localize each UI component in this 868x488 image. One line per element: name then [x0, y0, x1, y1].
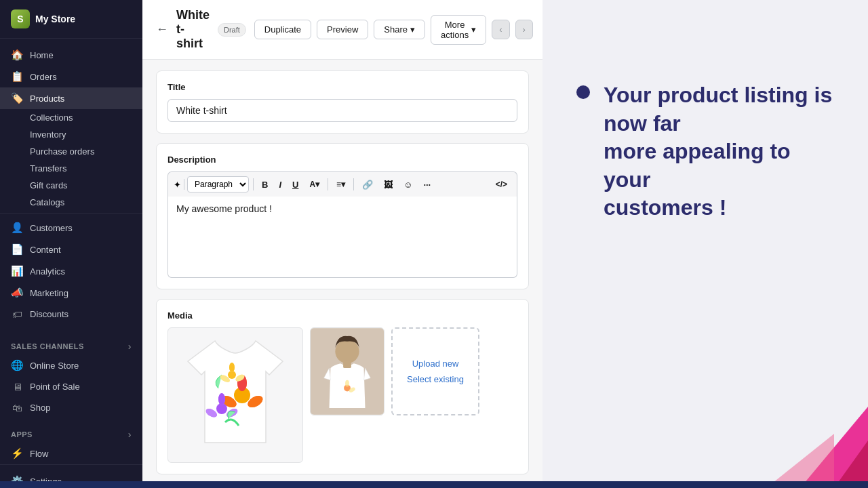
share-button[interactable]: Share ▾ [374, 20, 425, 39]
title-input[interactable] [167, 99, 517, 122]
sidebar-item-products[interactable]: 🏷️ Products [0, 87, 142, 109]
main-area: ← White t-shirt Draft Duplicate Preview … [142, 0, 868, 488]
italic-button[interactable]: I [275, 178, 285, 192]
sidebar-item-label: Marketing [30, 288, 68, 298]
feature-bullet: Your product listing is now far more app… [576, 81, 834, 222]
svg-marker-29 [766, 434, 834, 488]
media-thumb-tshirt[interactable] [167, 327, 303, 463]
sidebar-item-analytics[interactable]: 📊 Analytics [0, 260, 142, 282]
toolbar-divider [253, 178, 254, 190]
sidebar-item-label: Content [30, 245, 61, 255]
sidebar-item-flow[interactable]: ⚡ Flow [0, 443, 142, 464]
bottom-bar [0, 481, 868, 488]
paragraph-select[interactable]: Paragraph Heading 1 Heading 2 [187, 176, 249, 192]
svg-point-22 [335, 340, 359, 363]
description-toolbar: ✦ Paragraph Heading 1 Heading 2 B I U A▾… [167, 171, 517, 197]
discounts-icon: 🏷 [11, 308, 23, 320]
gift-cards-label: Gift cards [30, 180, 68, 190]
sidebar-item-online-store[interactable]: 🌐 Online Store [0, 354, 142, 376]
sidebar: S My Store 🏠 Home 📋 Orders 🏷️ Products C… [0, 0, 142, 488]
sidebar-item-inventory[interactable]: Inventory [30, 126, 142, 143]
title-label: Title [167, 82, 517, 92]
purchase-orders-label: Purchase orders [30, 146, 94, 157]
sidebar-item-marketing[interactable]: 📣 Marketing [0, 282, 142, 304]
link-button[interactable]: 🔗 [358, 178, 377, 192]
logo-icon: S [11, 9, 30, 28]
bold-button[interactable]: B [258, 178, 272, 192]
sidebar-item-label: Online Store [30, 361, 79, 371]
catalogs-label: Catalogs [30, 197, 64, 207]
more-toolbar-button[interactable]: ··· [419, 178, 435, 192]
sidebar-item-discounts[interactable]: 🏷 Discounts [0, 304, 142, 325]
sidebar-item-label: Products [30, 94, 64, 104]
shop-icon: 🛍 [11, 402, 23, 413]
admin-panel: ← White t-shirt Draft Duplicate Preview … [142, 0, 542, 488]
store-name: My Store [35, 14, 75, 24]
panel-body: Title Description ✦ Paragraph Heading 1 … [142, 60, 542, 488]
sidebar-item-customers[interactable]: 👤 Customers [0, 217, 142, 239]
media-grid: Upload new Select existing [167, 327, 517, 463]
align-button[interactable]: ≡▾ [332, 178, 349, 191]
inventory-label: Inventory [30, 129, 66, 140]
feature-heading: Your product listing is now far more app… [604, 81, 834, 222]
nav-next-button[interactable]: › [515, 20, 533, 39]
upload-media-box[interactable]: Upload new Select existing [391, 327, 479, 415]
sidebar-item-shop[interactable]: 🛍 Shop [0, 397, 142, 418]
description-card: Description ✦ Paragraph Heading 1 Headin… [156, 143, 529, 289]
duplicate-button[interactable]: Duplicate [254, 20, 311, 39]
sales-channels-label: Sales channels › [0, 336, 142, 354]
feature-text: Your product listing is now far more app… [576, 81, 834, 222]
sidebar-item-orders[interactable]: 📋 Orders [0, 66, 142, 87]
svg-point-11 [218, 393, 225, 405]
back-button[interactable]: ← [156, 22, 168, 37]
chevron-down-icon: ▾ [410, 24, 415, 35]
nav-prev-button[interactable]: ‹ [492, 20, 509, 39]
upload-new-link[interactable]: Upload new [412, 359, 459, 369]
sidebar-item-home[interactable]: 🏠 Home [0, 44, 142, 66]
sidebar-item-content[interactable]: 📄 Content [0, 239, 142, 260]
svg-point-18 [229, 363, 235, 372]
sidebar-item-label: Point of Sale [30, 382, 80, 392]
more-actions-button[interactable]: More actions ▾ [431, 15, 486, 45]
image-button[interactable]: 🖼 [380, 178, 397, 192]
marketing-icon: 📣 [11, 287, 23, 299]
text-color-button[interactable]: A▾ [305, 178, 323, 191]
online-store-icon: 🌐 [11, 359, 23, 371]
toolbar-divider [184, 179, 184, 190]
sidebar-item-catalogs[interactable]: Catalogs [30, 194, 142, 211]
transfers-label: Transfers [30, 163, 66, 174]
emoji-button[interactable]: ☺ [399, 178, 416, 192]
media-card: Media [156, 299, 529, 474]
panel-header: ← White t-shirt Draft Duplicate Preview … [142, 0, 542, 60]
media-title: Media [167, 310, 517, 321]
collections-label: Collections [30, 113, 73, 123]
sidebar-item-pos[interactable]: 🖥 Point of Sale [0, 376, 142, 397]
toolbar-divider [353, 178, 354, 190]
apps-label: Apps › [0, 424, 142, 443]
home-icon: 🏠 [11, 49, 23, 61]
sidebar-item-label: Customers [30, 223, 73, 233]
sidebar-item-purchase-orders[interactable]: Purchase orders [30, 143, 142, 160]
sidebar-item-transfers[interactable]: Transfers [30, 160, 142, 177]
title-card: Title [156, 70, 529, 134]
sidebar-item-collections[interactable]: Collections [30, 109, 142, 126]
customers-icon: 👤 [11, 222, 23, 234]
sidebar-item-gift-cards[interactable]: Gift cards [30, 177, 142, 194]
media-thumb-model[interactable] [310, 327, 384, 415]
bullet-dot [576, 85, 590, 99]
sidebar-item-label: Flow [30, 449, 48, 459]
sidebar-logo: S My Store [0, 0, 142, 39]
underline-button[interactable]: U [288, 178, 302, 192]
orders-icon: 📋 [11, 70, 23, 83]
description-label: Description [167, 155, 517, 165]
svg-point-25 [345, 380, 349, 387]
code-view-button[interactable]: </> [492, 178, 511, 191]
sidebar-item-label: Orders [30, 72, 57, 82]
deco-triangles [698, 366, 868, 488]
preview-button[interactable]: Preview [317, 20, 368, 39]
sparkle-icon: ✦ [174, 180, 181, 190]
description-editor[interactable]: My awesome product ! [167, 197, 517, 278]
select-existing-link[interactable]: Select existing [407, 374, 464, 384]
chevron-down-icon: ▾ [471, 24, 476, 35]
svg-rect-23 [343, 360, 351, 368]
